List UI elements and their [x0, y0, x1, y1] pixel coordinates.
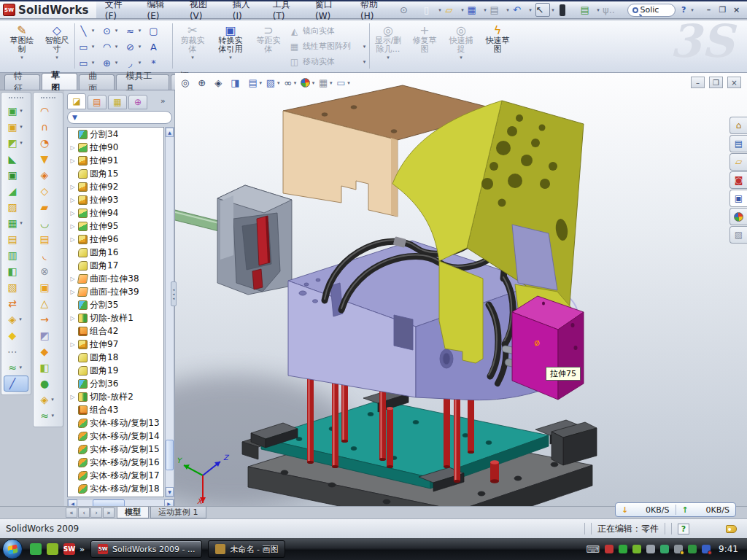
panel-tab[interactable]: ◪ — [67, 93, 86, 109]
left-tool-button[interactable]: ◇ ▾ — [34, 183, 63, 199]
sketch-entity-icon[interactable]: * — [147, 58, 160, 69]
toolbar-stack-row[interactable]: ▦ 线性草图阵列 ▾ — [289, 39, 368, 54]
left-tool-button[interactable]: ◆ ▾ — [1, 327, 31, 343]
toolbar-grip[interactable] — [41, 97, 55, 101]
panel-tab[interactable]: ⊕ — [128, 95, 147, 109]
tree-item[interactable]: ▷ 实体-移动/复制18 — [68, 482, 163, 495]
left-tool-button[interactable]: ◈ ▾ — [34, 392, 63, 408]
hud-button[interactable]: ▾ — [301, 78, 317, 88]
tree-item[interactable]: ▷ 拉伸95 — [68, 219, 163, 233]
left-tool-button[interactable]: ≈ ▾ — [34, 408, 63, 424]
toolbar-big-button[interactable]: ▣ 转换实 体引用 ▾ — [213, 22, 248, 71]
taskbar-window-button[interactable]: SW SolidWorks 2009 - ... — [90, 540, 202, 558]
quick-tips-icon[interactable]: ? — [678, 524, 689, 534]
left-tool-button[interactable]: ◟ ▾ — [34, 247, 63, 263]
left-tool-button[interactable]: ◡ ▾ — [34, 215, 63, 231]
task-pane-tab[interactable]: ▱ — [729, 153, 747, 171]
search-input[interactable] — [640, 5, 668, 15]
tree-item[interactable]: ▷ 拉伸90 — [68, 141, 163, 154]
left-tool-button[interactable]: ◣ ▾ — [1, 151, 31, 167]
left-tool-button[interactable]: ▣ ▾ — [1, 119, 31, 135]
tree-item[interactable]: ▷ 分割36 — [68, 377, 163, 390]
tree-item[interactable]: ▷ 实体-移动/复制14 — [68, 429, 163, 443]
quick-launch-icon[interactable] — [30, 543, 42, 555]
sketch-entity-icon[interactable]: ⊘ — [124, 42, 136, 52]
left-tool-button[interactable]: ▧ ▾ — [1, 279, 31, 295]
left-tool-button[interactable]: → ▾ — [34, 311, 63, 327]
tree-item[interactable]: ▷ 圆角19 — [68, 364, 163, 377]
doc-nav-button[interactable]: » — [103, 508, 115, 518]
sketch-entity-icon[interactable]: ▢ — [147, 26, 160, 36]
window-button[interactable]: – — [703, 4, 715, 15]
task-pane-tab[interactable] — [729, 208, 747, 225]
scroll-up-button[interactable]: ▲ — [166, 128, 174, 137]
left-tool-button[interactable]: △ ▾ — [34, 295, 63, 311]
doc-window-button[interactable]: ❐ — [709, 77, 723, 88]
toolbar-big-button[interactable]: ◎ 显示/删 除几... ▾ — [371, 22, 406, 71]
left-tool-button[interactable]: ▣ ▾ — [1, 167, 31, 183]
sketch-entity-icon[interactable]: ⊕ — [101, 58, 113, 69]
hud-button[interactable]: ⊕ ▾ — [198, 78, 212, 88]
sketch-entity-icon[interactable]: ◞ — [124, 58, 136, 69]
hud-button[interactable]: ▭ ▾ — [336, 78, 352, 88]
left-tool-button[interactable]: ╱ ▾ — [4, 376, 28, 392]
left-tool-button[interactable]: ▨ ▾ — [1, 199, 31, 215]
panel-overflow-chevron[interactable]: » — [160, 96, 166, 106]
tray-icon[interactable] — [632, 545, 641, 553]
hud-button[interactable]: ◎ ▾ — [181, 78, 196, 88]
toolbar-icon[interactable]: ▯ — [422, 3, 437, 17]
doc-window-button[interactable]: – — [691, 77, 705, 88]
part-magenta-insert[interactable] — [512, 296, 584, 400]
hud-button[interactable]: ▧ ▾ — [266, 78, 282, 88]
document-tab[interactable]: 模型 — [117, 507, 149, 518]
panel-splitter-handle[interactable]: ◂◂◂ — [171, 281, 177, 306]
toolbar-big-button[interactable]: ⊃ 等距实 体 ▾ — [251, 22, 286, 71]
hud-button[interactable]: ∞ ▾ — [284, 78, 298, 88]
toolbar-icon[interactable]: ↶ — [513, 3, 527, 17]
ribbon-tab[interactable]: 特征 — [4, 74, 40, 90]
tree-item[interactable]: ▷ 分割34 — [68, 128, 163, 141]
left-tool-button[interactable]: ▤ ▾ — [34, 231, 63, 247]
window-button[interactable]: ❐ — [716, 4, 729, 15]
tray-icon[interactable] — [619, 545, 627, 553]
left-tool-button[interactable]: ▣ ▾ — [34, 279, 63, 295]
scroll-down-button[interactable]: ▼ — [166, 487, 174, 497]
mold-assembly-model[interactable]: Y Z X — [175, 73, 747, 506]
tree-item[interactable]: ▷ 实体-移动/复制16 — [68, 456, 163, 469]
left-tool-button[interactable]: ∩ ▾ — [34, 119, 63, 135]
doc-nav-button[interactable]: › — [90, 508, 102, 518]
toolbar-grip[interactable] — [9, 97, 23, 101]
left-tool-button[interactable]: ◈ ▾ — [34, 167, 63, 183]
toolbar-icon[interactable]: ψ.. — [603, 3, 618, 17]
left-tool-button[interactable]: ▦ ▾ — [1, 215, 31, 231]
part-small-red-cylinder[interactable] — [490, 460, 499, 483]
tree-item[interactable]: ▷ 圆角16 — [68, 246, 163, 259]
sketch-entity-icon[interactable]: ▭ — [77, 58, 90, 69]
sketch-entity-icon[interactable]: ╲ — [77, 26, 90, 36]
tree-filter-box[interactable]: ▼ — [67, 111, 172, 124]
doc-window-button[interactable]: × — [727, 77, 741, 88]
scroll-thumb[interactable] — [166, 440, 174, 470]
left-tool-button[interactable]: ● ▾ — [34, 376, 63, 392]
toolbar-stack-row[interactable]: ◫ 移动实体 ▾ — [289, 54, 368, 69]
toolbar-big-button[interactable]: + 修复草 图 ▾ — [407, 22, 442, 71]
toolbar-big-button[interactable]: ϟ 快速草 图 ▾ — [480, 22, 515, 71]
toolbar-icon[interactable]: ▦ — [468, 3, 482, 17]
left-tool-button[interactable]: ▼ ▾ — [34, 151, 63, 167]
tree-item[interactable]: ▷ 拉伸96 — [68, 233, 163, 246]
toolbar-icon[interactable]: ▱ — [445, 3, 460, 17]
tree-item[interactable]: ▷ 分割35 — [68, 298, 163, 311]
tree-item[interactable]: ▷ 圆角15 — [68, 167, 163, 180]
toolbar-big-button[interactable]: ◇ 智能尺 寸 ▾ — [39, 22, 74, 71]
start-button[interactable] — [2, 539, 23, 559]
hud-button[interactable]: ▦ ▾ — [319, 78, 334, 88]
left-tool-button[interactable]: ▰ ▾ — [34, 199, 63, 215]
tray-icon[interactable] — [605, 545, 614, 553]
tree-item[interactable]: ▷ 拉伸97 — [68, 338, 163, 351]
left-tool-button[interactable]: ▣ ▾ — [1, 103, 31, 119]
panel-tab[interactable]: ▤ — [88, 95, 107, 109]
toolbar-big-button[interactable]: ✎ 草图绘 制 ▾ — [4, 22, 39, 71]
ribbon-tab[interactable]: 草图 — [42, 73, 77, 90]
ribbon-tab[interactable]: 曲面 — [79, 74, 115, 90]
tree-item[interactable]: ▷ 组合42 — [68, 324, 163, 338]
